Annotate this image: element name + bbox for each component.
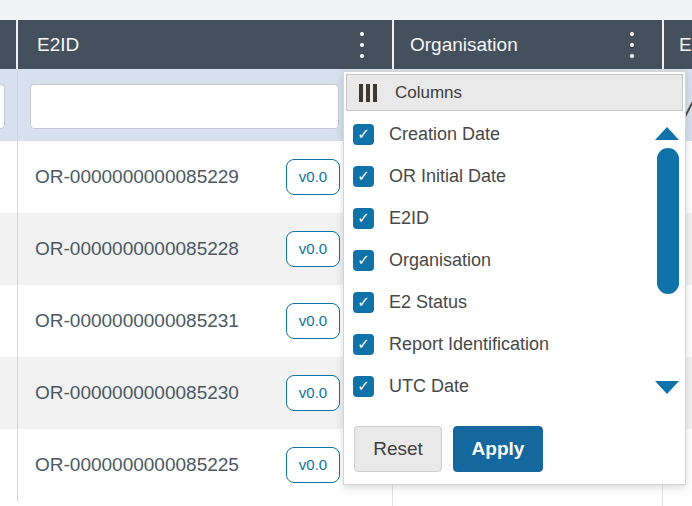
column-toggle-e2-status[interactable]: E2 Status [344,281,644,323]
version-badge[interactable]: v0.0 [286,447,340,483]
column-toggle-label: Organisation [389,250,491,271]
checkbox-checked-icon[interactable] [353,166,374,187]
scrollbar-thumb[interactable] [657,148,679,294]
column-toggle-or-initial-date[interactable]: OR Initial Date [344,155,644,197]
column-toggle-label: Report Identification [389,334,549,355]
header-divider [662,20,664,69]
columns-menu-panel: Columns Creation Date OR Initial Date E2… [343,71,686,485]
organisation-column-menu-icon[interactable] [622,32,642,58]
columns-bars-icon [359,84,377,102]
column-border [17,69,18,501]
column-toggle-utc-date[interactable]: UTC Date [344,365,644,407]
checkbox-checked-icon[interactable] [353,250,374,271]
checkbox-checked-icon[interactable] [353,292,374,313]
checkbox-checked-icon[interactable] [353,376,374,397]
column-toggle-label: UTC Date [389,376,469,397]
column-toggle-label: Creation Date [389,124,500,145]
order-id-cell[interactable]: OR-0000000000085225 [35,429,239,501]
version-badge[interactable]: v0.0 [286,231,340,267]
column-toggle-label: OR Initial Date [389,166,506,187]
columns-menu-title: Columns [395,83,462,103]
version-badge[interactable]: v0.0 [286,375,340,411]
header-divider [16,20,18,69]
screen: E2ID Organisation E OR-0000000000085229 … [0,0,692,506]
top-strip [0,0,692,20]
column-header-organisation[interactable]: Organisation [410,20,518,69]
column-toggle-e2id[interactable]: E2ID [344,197,644,239]
scroll-up-triangle-icon[interactable] [655,127,679,140]
column-toggle-label: E2ID [389,208,429,229]
column-toggle-creation-date[interactable]: Creation Date [344,113,644,155]
version-badge[interactable]: v0.0 [286,159,340,195]
header-divider [392,20,394,69]
version-badge[interactable]: v0.0 [286,303,340,339]
table-header: E2ID Organisation E [0,20,692,69]
scroll-down-triangle-icon[interactable] [655,381,679,394]
column-toggle-report-identification[interactable]: Report Identification [344,323,644,365]
column-toggle-list: Creation Date OR Initial Date E2ID Organ… [344,113,644,407]
checkbox-checked-icon[interactable] [353,124,374,145]
checkbox-checked-icon[interactable] [353,208,374,229]
left-filter-input-partial[interactable] [0,84,5,129]
order-id-cell[interactable]: OR-0000000000085230 [35,357,239,429]
column-header-next-partial: E [679,20,692,69]
reset-button[interactable]: Reset [354,426,442,472]
order-id-cell[interactable]: OR-0000000000085231 [35,285,239,357]
checkbox-checked-icon[interactable] [353,334,374,355]
column-header-e2id[interactable]: E2ID [37,20,79,69]
columns-menu-header[interactable]: Columns [346,74,683,111]
column-toggle-label: E2 Status [389,292,467,313]
order-id-cell[interactable]: OR-0000000000085228 [35,213,239,285]
order-id-cell[interactable]: OR-0000000000085229 [35,141,239,213]
apply-button[interactable]: Apply [453,426,543,472]
e2id-column-menu-icon[interactable] [352,32,372,58]
column-toggle-organisation[interactable]: Organisation [344,239,644,281]
e2id-filter-input[interactable] [30,84,339,129]
